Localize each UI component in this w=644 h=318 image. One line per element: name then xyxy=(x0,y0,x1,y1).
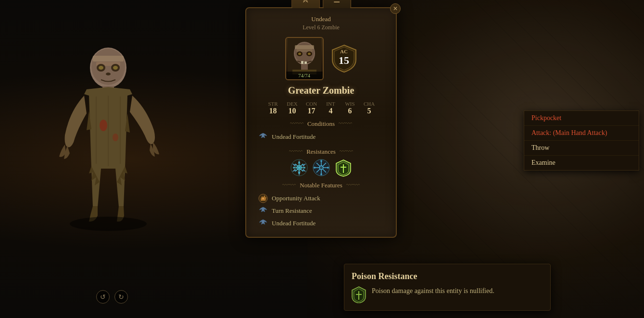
svg-point-8 xyxy=(106,73,111,75)
resistances-title: Resistances xyxy=(306,148,336,156)
stat-dex-value: 10 xyxy=(286,107,299,115)
creature-level: Level 6 Zombie xyxy=(253,24,389,31)
feature-undead-fortitude[interactable]: Undead Fortitude xyxy=(253,217,389,230)
svg-point-14 xyxy=(113,134,118,141)
svg-point-23 xyxy=(298,53,301,55)
portrait-frame: 74/74 xyxy=(285,37,324,80)
tooltip-shield-icon xyxy=(352,286,366,303)
ac-label: AC xyxy=(340,49,348,54)
portrait-zombie xyxy=(288,38,321,74)
svg-point-36 xyxy=(298,172,300,174)
stat-dex-label: DEX xyxy=(286,101,299,107)
turn-resistance-icon xyxy=(258,206,268,216)
panel-tabs[interactable]: ⚔ ☰ xyxy=(291,0,351,8)
stat-str: STR 18 xyxy=(266,101,280,115)
stat-int: INT 4 xyxy=(324,101,338,115)
svg-point-45 xyxy=(327,167,329,169)
ctx-pickpocket[interactable]: Pickpocket xyxy=(524,111,639,126)
ctx-throw[interactable]: Throw xyxy=(524,141,639,156)
rotate-right-button[interactable]: ↻ xyxy=(114,290,128,304)
feature-turn-resistance[interactable]: Turn Resistance xyxy=(253,205,389,217)
opportunity-attack-icon xyxy=(258,194,268,203)
stat-str-value: 18 xyxy=(266,107,280,115)
svg-point-48 xyxy=(319,166,323,170)
ac-value: 15 xyxy=(339,54,349,67)
feature-opportunity-attack-name: Opportunity Attack xyxy=(272,195,320,202)
close-button[interactable]: ✕ xyxy=(390,3,401,14)
context-menu: Pickpocket Attack: (Main Hand Attack) Th… xyxy=(524,110,639,171)
poison-resistance-tooltip: Poison Resistance Poison damage against … xyxy=(344,264,551,311)
svg-point-7 xyxy=(113,66,118,70)
resistances-divider: 〰〰 Resistances 〰〰 xyxy=(253,148,389,156)
stat-wis: WIS 6 xyxy=(343,101,357,115)
svg-rect-25 xyxy=(301,61,303,64)
rotate-left-button[interactable]: ↺ xyxy=(96,290,110,304)
stat-wis-value: 6 xyxy=(343,107,357,115)
svg-rect-2 xyxy=(93,56,124,61)
svg-point-37 xyxy=(293,167,295,169)
portrait-image xyxy=(286,38,323,74)
portrait-hp: 74/74 xyxy=(286,72,323,79)
svg-point-44 xyxy=(320,160,322,162)
condition-undead-fortitude: Undead Fortitude xyxy=(253,131,389,143)
svg-rect-19 xyxy=(295,45,314,49)
tooltip-body: Poison damage against this entity is nul… xyxy=(352,286,543,303)
ac-badge: AC 15 xyxy=(331,44,357,73)
svg-point-24 xyxy=(308,53,311,55)
tooltip-title: Poison Resistance xyxy=(352,271,543,281)
portrait-row: 74/74 AC 15 xyxy=(253,37,389,80)
zombie-controls[interactable]: ↺ ↻ xyxy=(96,290,128,304)
svg-point-34 xyxy=(298,161,300,163)
zombie-figure xyxy=(41,24,176,294)
svg-point-15 xyxy=(70,217,147,231)
svg-point-1 xyxy=(91,49,125,85)
svg-point-47 xyxy=(314,167,316,169)
creature-type: Undead xyxy=(253,15,389,23)
stats-row: STR 18 DEX 10 CON 17 INT 4 WIS 6 CHA 5 xyxy=(253,101,389,115)
stat-cha-label: CHA xyxy=(363,101,376,107)
ctx-examine[interactable]: Examine xyxy=(524,156,639,170)
zombie-area xyxy=(0,0,216,318)
stat-int-label: INT xyxy=(324,101,338,107)
ctx-attack[interactable]: Attack: (Main Hand Attack) xyxy=(524,126,639,141)
features-divider: 〰〰 Notable Features 〰〰 xyxy=(253,182,389,189)
divider-ornament-left: 〰〰 xyxy=(290,120,303,128)
stat-dex: DEX 10 xyxy=(286,101,299,115)
conditions-divider: 〰〰 Conditions 〰〰 xyxy=(253,120,389,128)
svg-point-35 xyxy=(303,167,305,169)
features-title: Notable Features xyxy=(300,182,342,189)
tooltip-description: Poison damage against this entity is nul… xyxy=(372,286,494,296)
undead-fortitude-icon xyxy=(258,132,268,142)
creature-name: Greater Zombie xyxy=(253,85,389,96)
stat-con-label: CON xyxy=(305,101,318,107)
zombie-art xyxy=(41,24,176,294)
resistance-cold[interactable] xyxy=(290,159,308,177)
feature-opportunity-attack[interactable]: Opportunity Attack xyxy=(253,192,389,205)
stat-int-value: 4 xyxy=(324,107,338,115)
condition-undead-fortitude-name[interactable]: Undead Fortitude xyxy=(272,133,316,141)
resistance-poison[interactable] xyxy=(334,159,353,177)
svg-point-46 xyxy=(320,173,322,175)
tab-stats[interactable]: ☰ xyxy=(322,0,351,8)
conditions-title: Conditions xyxy=(307,120,335,128)
stat-wis-label: WIS xyxy=(343,101,357,107)
stat-cha: CHA 5 xyxy=(363,101,376,115)
svg-rect-27 xyxy=(301,64,308,70)
resistance-icons xyxy=(253,159,389,177)
tab-combat[interactable]: ⚔ xyxy=(291,0,320,8)
stat-str-label: STR xyxy=(266,101,280,107)
divider-ornament-right: 〰〰 xyxy=(339,120,352,128)
svg-point-6 xyxy=(99,66,103,70)
character-panel: ⚔ ☰ ✕ Undead Level 6 Zombie xyxy=(245,7,397,238)
feature-undead-fortitude-name: Undead Fortitude xyxy=(272,220,316,227)
stat-con-value: 17 xyxy=(305,107,318,115)
stat-con: CON 17 xyxy=(305,101,318,115)
feature-turn-resistance-name: Turn Resistance xyxy=(272,207,312,215)
svg-rect-20 xyxy=(296,49,313,52)
svg-rect-26 xyxy=(304,61,307,64)
undead-fortitude-feature-icon xyxy=(258,219,268,228)
svg-point-13 xyxy=(100,120,107,131)
resistance-lightning[interactable] xyxy=(312,159,330,177)
stat-cha-value: 5 xyxy=(363,107,376,115)
